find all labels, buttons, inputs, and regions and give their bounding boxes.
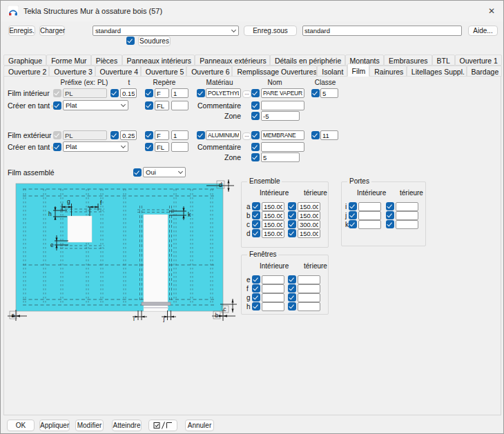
exterior-repere2-start-field[interactable] [171, 142, 188, 152]
toggle-fields-button[interactable] [148, 420, 177, 431]
interior-zone-checkbox[interactable] [251, 112, 260, 120]
portes-i-exterior-field[interactable] [396, 202, 418, 211]
load-button[interactable]: Charger [39, 26, 65, 36]
interior-comment-field[interactable] [261, 101, 304, 110]
exterior-repere2-prefix-field[interactable] [155, 142, 169, 152]
interior-material-browse-button[interactable]: ... [242, 90, 251, 98]
exterior-comment-checkbox[interactable] [251, 143, 260, 151]
exterior-repere-checkbox[interactable] [145, 131, 153, 139]
interior-repere2-checkbox[interactable] [145, 101, 153, 110]
ensemble-b-interior-field[interactable] [262, 211, 284, 220]
ensemble-c-interior-checkbox[interactable] [252, 220, 260, 228]
tab-ouverture-3[interactable]: Ouverture 3 [49, 66, 95, 77]
exterior-name-field[interactable] [261, 130, 304, 140]
fenetres-e-interior-checkbox[interactable] [252, 275, 260, 284]
portes-j-exterior-field[interactable] [396, 211, 418, 220]
ensemble-a-exterior-field[interactable] [298, 202, 320, 211]
save-as-button[interactable]: Enreg.sous [244, 26, 297, 36]
ok-button[interactable]: OK [7, 420, 35, 431]
tab-ouverture-1[interactable]: Ouverture 1 [455, 55, 502, 66]
tab-forme-mur[interactable]: Forme Mur [46, 55, 90, 66]
ensemble-c-interior-field[interactable] [262, 220, 284, 229]
portes-k-interior-checkbox[interactable] [349, 220, 357, 228]
tab-btl[interactable]: BTL [432, 55, 455, 66]
tab-details-en-peripherie[interactable]: Détails en périphérie [270, 55, 345, 66]
save-as-input[interactable] [302, 26, 462, 36]
modify-button[interactable]: Modifier [75, 420, 104, 431]
ensemble-b-exterior-checkbox[interactable] [288, 211, 296, 219]
interior-repere-start-field[interactable] [171, 88, 188, 98]
portes-j-interior-field[interactable] [358, 211, 381, 220]
fenetres-e-interior-field[interactable] [262, 275, 284, 284]
portes-i-exterior-checkbox[interactable] [386, 202, 394, 210]
exterior-zone-checkbox[interactable] [251, 153, 260, 161]
ensemble-b-interior-checkbox[interactable] [252, 211, 260, 219]
interior-create-as-checkbox[interactable] [53, 101, 61, 110]
assembled-combo[interactable]: Oui [143, 167, 186, 177]
exterior-repere2-checkbox[interactable] [145, 143, 153, 151]
assembled-checkbox[interactable] [133, 168, 142, 177]
welds-checkbox[interactable] [126, 37, 135, 45]
fenetres-e-exterior-checkbox[interactable] [288, 275, 296, 284]
ensemble-a-interior-field[interactable] [262, 202, 284, 211]
exterior-material-field[interactable] [206, 130, 241, 140]
interior-create-as-combo[interactable]: Plat [63, 100, 128, 110]
save-button[interactable]: Enregis. [8, 26, 35, 36]
interior-repere-prefix-field[interactable] [155, 88, 169, 98]
interior-prefix-checkbox[interactable] [53, 89, 61, 97]
tab-rainures[interactable]: Rainures [369, 66, 407, 77]
apply-button[interactable]: Appliquer [39, 420, 70, 431]
portes-j-interior-checkbox[interactable] [349, 211, 357, 219]
portes-i-interior-field[interactable] [358, 202, 381, 211]
interior-repere2-prefix-field[interactable] [155, 101, 169, 110]
portes-k-exterior-field[interactable] [396, 220, 418, 229]
fenetres-g-interior-field[interactable] [262, 293, 284, 302]
exterior-repere-prefix-field[interactable] [155, 130, 169, 140]
tab-ouverture-5[interactable]: Ouverture 5 [141, 66, 186, 77]
exterior-create-as-checkbox[interactable] [53, 143, 61, 151]
exterior-material-browse-button[interactable]: ... [242, 132, 251, 140]
tab-pieces[interactable]: Pièces [91, 55, 122, 66]
ensemble-b-exterior-field[interactable] [298, 211, 320, 220]
exterior-prefix-checkbox[interactable] [53, 131, 61, 139]
ensemble-d-interior-checkbox[interactable] [252, 229, 260, 237]
tab-film[interactable]: Film [347, 63, 370, 77]
ensemble-d-exterior-field[interactable] [298, 229, 320, 238]
tab-ouverture-2[interactable]: Ouverture 2 [3, 66, 49, 77]
fenetres-g-exterior-checkbox[interactable] [288, 293, 296, 302]
fenetres-h-exterior-field[interactable] [298, 302, 320, 311]
ensemble-c-exterior-checkbox[interactable] [288, 220, 296, 228]
fenetres-f-interior-checkbox[interactable] [252, 284, 260, 293]
fenetres-e-exterior-field[interactable] [298, 275, 320, 284]
exterior-repere-start-field[interactable] [171, 130, 188, 140]
interior-comment-checkbox[interactable] [251, 101, 260, 110]
exterior-create-as-combo[interactable]: Plat [63, 141, 128, 152]
interior-name-field[interactable] [261, 88, 304, 98]
exterior-class-checkbox[interactable] [311, 131, 320, 139]
exterior-thickness-checkbox[interactable] [110, 131, 119, 139]
interior-repere2-start-field[interactable] [171, 101, 188, 110]
tab-panneaux-exterieurs[interactable]: Panneaux extérieurs [195, 55, 270, 66]
exterior-name-checkbox[interactable] [251, 131, 260, 139]
interior-thickness-checkbox[interactable] [110, 89, 119, 97]
interior-material-checkbox[interactable] [197, 89, 205, 97]
interior-thickness-field[interactable] [120, 88, 137, 98]
ensemble-a-interior-checkbox[interactable] [252, 202, 260, 210]
fenetres-h-interior-field[interactable] [262, 302, 284, 311]
portes-k-interior-field[interactable] [358, 220, 381, 229]
tab-panneaux-interieurs[interactable]: Panneaux intérieurs [122, 55, 195, 66]
exterior-prefix-field[interactable] [63, 130, 107, 140]
ensemble-c-exterior-field[interactable] [298, 220, 320, 229]
interior-repere-checkbox[interactable] [145, 89, 153, 97]
settings-combo[interactable]: standard [93, 26, 239, 36]
interior-name-checkbox[interactable] [251, 89, 260, 97]
interior-zone-field[interactable] [261, 111, 300, 121]
tab-embrasures[interactable]: Embrasures [384, 55, 432, 66]
tab-bardage[interactable]: Bardage [467, 66, 502, 77]
interior-class-checkbox[interactable] [311, 89, 320, 97]
ensemble-d-interior-field[interactable] [262, 229, 284, 238]
exterior-zone-field[interactable] [261, 152, 300, 162]
fenetres-h-exterior-checkbox[interactable] [288, 302, 296, 310]
welds-button[interactable]: Soudures [138, 36, 171, 46]
exterior-thickness-field[interactable] [120, 130, 137, 140]
